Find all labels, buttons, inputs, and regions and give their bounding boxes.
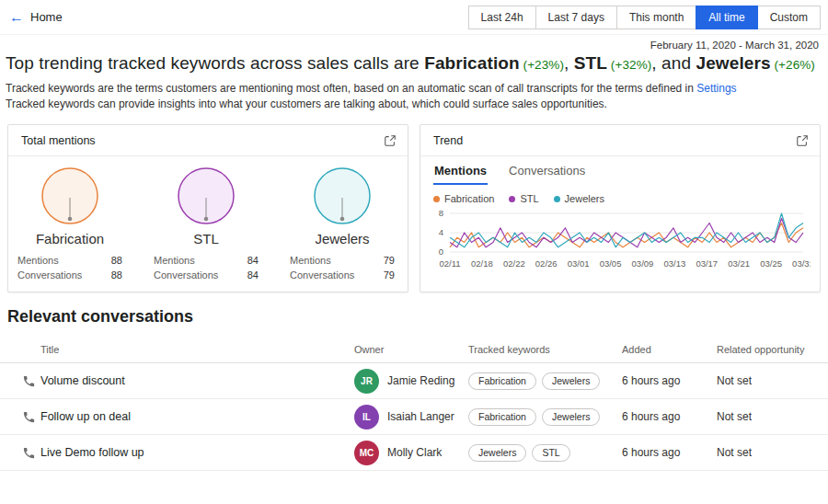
trend-line-jewelers [450,213,803,247]
conversation-title[interactable]: Live Demo follow up [40,446,354,459]
trend-tabs: Mentions Conversations [420,156,820,185]
mentions-value: 79 [384,253,395,268]
tracked-keywords-cell: JewelersSTL [468,443,622,462]
related-opportunity-cell: Not set [717,374,828,387]
owner-cell: JRJamie Reding [354,369,468,394]
mentions-label: Mentions [290,253,331,268]
svg-text:0: 0 [439,246,443,257]
legend-item: Jewelers [554,193,604,204]
avatar: MC [354,441,379,465]
svg-text:4: 4 [439,227,443,237]
svg-text:02/22: 02/22 [503,258,525,269]
column-header-related-opportunity: Related opportunity [717,344,828,355]
added-cell: 6 hours ago [622,446,717,459]
back-arrow-icon: ← [9,10,24,25]
headline-keyword-jewelers: Jewelers [696,53,771,73]
conversations-value: 79 [384,268,395,282]
svg-text:03/01: 03/01 [568,258,590,269]
filter-this-month[interactable]: This month [616,6,696,29]
filter-all-time[interactable]: All time [696,6,757,29]
settings-link[interactable]: Settings [696,82,736,95]
conversation-title[interactable]: Volume discount [40,374,354,387]
trend-card-header: Trend [420,125,820,156]
tracked-keywords-cell: FabricationJewelers [468,372,622,390]
conversations-table: Title Owner Tracked keywords Added Relat… [0,337,828,471]
tab-conversations[interactable]: Conversations [508,156,586,185]
keyword-name: STL [154,231,259,246]
table-header: Title Owner Tracked keywords Added Relat… [0,337,828,363]
headline-text: Top trending tracked keywords across sal… [6,53,424,73]
description-line1: Tracked keywords are the terms customers… [6,82,696,95]
keyword-pill: Fabrication [468,408,536,426]
headline-change-jewelers: (+26%) [771,58,815,72]
avatar: IL [354,405,379,430]
relevant-conversations-title: Relevant conversations [7,307,828,326]
keyword-bubble-jewelers: Jewelers Mentions 79 Conversations 79 [290,166,395,282]
svg-text:03/25: 03/25 [760,258,782,269]
mentions-value: 88 [111,253,122,268]
table-row[interactable]: Volume discountJRJamie RedingFabrication… [0,363,828,399]
column-header-title: Title [40,344,354,355]
call-icon-cell [22,446,40,460]
bubble-balloon-icon [174,166,238,230]
owner-cell: MCMolly Clark [354,441,468,465]
keyword-bubble-stl: STL Mentions 84 Conversations 84 [154,166,259,282]
svg-text:03/21: 03/21 [728,258,750,269]
conversations-stat: Conversations 88 [17,268,122,282]
legend-dot-icon [554,196,560,202]
trend-card: Trend Mentions Conversations Fabrication… [420,124,821,292]
filter-last-7-days[interactable]: Last 7 days [535,6,617,29]
popout-icon[interactable] [796,134,809,147]
keyword-pill: STL [532,444,569,462]
table-body: Volume discountJRJamie RedingFabrication… [0,363,828,471]
svg-text:02/11: 02/11 [439,258,460,269]
total-mentions-card-header: Total mentions [8,125,408,156]
call-icon-cell [22,374,40,388]
added-cell: 6 hours ago [622,410,717,423]
keyword-pill: Jewelers [542,408,600,426]
svg-text:03/13: 03/13 [663,258,685,269]
mentions-label: Mentions [154,253,195,268]
phone-icon [22,446,36,460]
svg-text:03/05: 03/05 [600,258,622,269]
keyword-name: Fabrication [17,231,122,246]
trend-chart: 04802/1102/1802/2202/2603/0103/0503/0903… [428,208,811,276]
conversations-label: Conversations [290,268,354,282]
legend-label: Jewelers [565,193,604,204]
conversation-title[interactable]: Follow up on deal [40,410,354,423]
trend-card-title: Trend [433,134,463,147]
conversations-stat: Conversations 79 [290,268,395,282]
trend-legend: FabricationSTLJewelers [420,185,820,206]
tab-mentions[interactable]: Mentions [433,156,488,185]
keyword-pill: Jewelers [468,444,526,462]
back-home-button[interactable]: ← Home [9,10,63,25]
total-mentions-card: Total mentions Fabrication Mentions 88 C… [7,124,408,292]
bubble-balloon-icon [310,166,374,230]
keyword-pill: Fabrication [468,372,536,390]
mentions-label: Mentions [17,253,59,268]
filter-custom[interactable]: Custom [757,6,821,29]
phone-icon [22,374,36,388]
total-mentions-card-title: Total mentions [21,134,96,147]
legend-dot-icon [509,196,515,202]
bubble-balloon-icon [38,166,102,230]
table-row[interactable]: Follow up on dealILIsaiah LangerFabricat… [0,399,828,435]
popout-icon[interactable] [384,134,397,147]
headline-change-fabrication: (+23%) [520,58,564,72]
svg-text:03/31: 03/31 [792,258,811,269]
filter-last-24h[interactable]: Last 24h [468,6,536,29]
column-header-owner: Owner [354,344,468,355]
date-range: February 11, 2020 - March 31, 2020 [0,40,828,51]
time-filter-group: Last 24h Last 7 days This month All time… [469,6,821,29]
mentions-stat: Mentions 88 [17,253,122,268]
keyword-pill: Jewelers [542,372,600,390]
related-opportunity-cell: Not set [717,410,828,423]
svg-text:02/26: 02/26 [535,258,558,269]
table-row[interactable]: Live Demo follow upMCMolly ClarkJewelers… [0,435,828,471]
description-text: Tracked keywords are the terms customers… [0,74,828,112]
owner-name: Molly Clark [387,446,442,459]
svg-text:03/09: 03/09 [632,258,654,269]
svg-text:02/18: 02/18 [471,258,493,269]
svg-text:03/17: 03/17 [696,258,718,269]
owner-cell: ILIsaiah Langer [354,405,468,430]
